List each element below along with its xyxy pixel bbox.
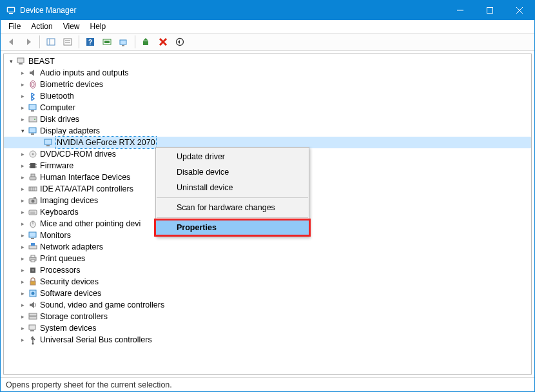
chevron-right-icon[interactable] xyxy=(18,67,27,79)
scan-hardware-toolbar-button[interactable] xyxy=(99,34,115,50)
category-icon xyxy=(28,114,38,124)
svg-point-66 xyxy=(32,292,35,295)
forward-button[interactable] xyxy=(21,34,36,50)
device-icon xyxy=(43,137,54,148)
tree-category[interactable]: Biometric devices xyxy=(4,79,531,90)
chevron-right-icon[interactable] xyxy=(18,102,27,113)
chevron-right-icon[interactable] xyxy=(18,160,27,172)
show-hide-tree-button[interactable] xyxy=(43,34,59,50)
chevron-right-icon[interactable] xyxy=(18,299,27,311)
chevron-right-icon[interactable] xyxy=(18,264,27,276)
category-icon xyxy=(28,219,38,229)
svg-rect-2 xyxy=(9,13,13,14)
menu-help[interactable]: Help xyxy=(85,21,112,32)
category-icon xyxy=(28,335,38,345)
tree-category[interactable]: Security devices xyxy=(4,276,531,288)
update-driver-toolbar-button[interactable] xyxy=(139,34,154,50)
tree-category[interactable]: Sound, video and game controllers xyxy=(4,299,531,311)
close-button[interactable] xyxy=(505,1,534,20)
chevron-down-icon[interactable] xyxy=(6,55,15,67)
chevron-right-icon[interactable] xyxy=(18,334,27,346)
svg-rect-36 xyxy=(30,163,35,168)
svg-rect-30 xyxy=(29,128,36,133)
context-menu: Update driver Disable device Uninstall d… xyxy=(155,147,309,237)
device-manager-window: Device Manager File Action View Help ? xyxy=(0,0,535,392)
disable-toolbar-button[interactable] xyxy=(172,34,188,50)
tree-category[interactable]: Bluetooth xyxy=(4,90,531,102)
titlebar: Device Manager xyxy=(1,1,534,20)
category-icon xyxy=(28,253,38,264)
tree-root[interactable]: BEAST xyxy=(4,55,531,67)
svg-rect-58 xyxy=(31,243,35,246)
chevron-right-icon[interactable] xyxy=(18,148,27,160)
tree-category-label: Audio inputs and outputs xyxy=(40,67,129,79)
tree-category-label: Network adapters xyxy=(40,241,103,253)
tree-category[interactable]: Universal Serial Bus controllers xyxy=(4,334,531,346)
context-menu-update-driver[interactable]: Update driver xyxy=(156,149,309,164)
svg-rect-68 xyxy=(29,317,37,319)
svg-rect-32 xyxy=(44,139,52,144)
chevron-right-icon[interactable] xyxy=(18,172,27,183)
category-icon xyxy=(28,126,38,136)
tree-category[interactable]: Audio inputs and outputs xyxy=(4,67,531,79)
chevron-right-icon[interactable] xyxy=(18,241,27,253)
chevron-down-icon[interactable] xyxy=(18,125,27,137)
category-icon xyxy=(28,184,38,194)
svg-rect-64 xyxy=(30,281,35,285)
tree-category[interactable]: Computer xyxy=(4,102,531,113)
show-hidden-toolbar-button[interactable] xyxy=(116,34,131,50)
uninstall-toolbar-button[interactable] xyxy=(155,34,171,50)
chevron-right-icon[interactable] xyxy=(18,113,27,125)
tree-category[interactable]: Processors xyxy=(4,264,531,276)
menubar: File Action View Help xyxy=(1,20,534,33)
help-toolbar-button[interactable]: ? xyxy=(83,34,98,50)
app-icon xyxy=(6,5,16,15)
chevron-right-icon[interactable] xyxy=(18,288,27,299)
context-menu-disable-device[interactable]: Disable device xyxy=(156,164,309,180)
svg-rect-7 xyxy=(47,39,55,45)
tree-category[interactable]: Disk drives xyxy=(4,113,531,125)
svg-rect-57 xyxy=(29,246,37,249)
chevron-right-icon[interactable] xyxy=(18,218,27,230)
svg-rect-15 xyxy=(104,41,110,43)
context-menu-scan-hardware[interactable]: Scan for hardware changes xyxy=(156,200,309,215)
tree-category[interactable]: Software devices xyxy=(4,288,531,299)
tree-category[interactable]: Storage controllers xyxy=(4,311,531,322)
tree-category[interactable]: Display adapters xyxy=(4,125,531,137)
chevron-right-icon[interactable] xyxy=(18,230,27,241)
properties-toolbar-button[interactable] xyxy=(60,34,75,50)
svg-rect-18 xyxy=(143,41,148,45)
category-icon xyxy=(28,172,38,182)
context-menu-properties[interactable]: Properties xyxy=(156,220,309,235)
chevron-right-icon[interactable] xyxy=(18,276,27,288)
chevron-right-icon[interactable] xyxy=(18,253,27,264)
chevron-right-icon[interactable] xyxy=(18,311,27,322)
tree-category[interactable]: Network adapters xyxy=(4,241,531,253)
tree-category[interactable]: Print queues xyxy=(4,253,531,264)
back-button[interactable] xyxy=(4,34,19,50)
category-icon xyxy=(28,265,38,275)
category-icon xyxy=(28,161,38,171)
minimize-button[interactable] xyxy=(445,1,475,20)
chevron-right-icon[interactable] xyxy=(18,183,27,195)
chevron-right-icon[interactable] xyxy=(18,322,27,334)
menu-file[interactable]: File xyxy=(3,21,26,32)
tree-category[interactable]: System devices xyxy=(4,322,531,334)
svg-rect-26 xyxy=(29,104,36,110)
tree-category-label: Sound, video and game controllers xyxy=(40,299,164,311)
category-icon xyxy=(28,242,38,252)
tree-category-label: Mice and other pointing devi xyxy=(40,218,141,230)
maximize-button[interactable] xyxy=(475,1,505,20)
context-menu-uninstall-device[interactable]: Uninstall device xyxy=(156,180,309,195)
chevron-right-icon[interactable] xyxy=(18,90,27,102)
svg-rect-31 xyxy=(31,133,34,135)
chevron-right-icon[interactable] xyxy=(18,79,27,90)
chevron-right-icon[interactable] xyxy=(18,195,27,206)
svg-rect-69 xyxy=(29,325,35,329)
menu-view[interactable]: View xyxy=(58,21,85,32)
chevron-right-icon[interactable] xyxy=(18,206,27,218)
svg-rect-49 xyxy=(34,197,36,199)
svg-rect-22 xyxy=(17,58,24,63)
menu-action[interactable]: Action xyxy=(26,21,57,32)
statusbar-text: Opens property sheet for the current sel… xyxy=(6,380,172,389)
